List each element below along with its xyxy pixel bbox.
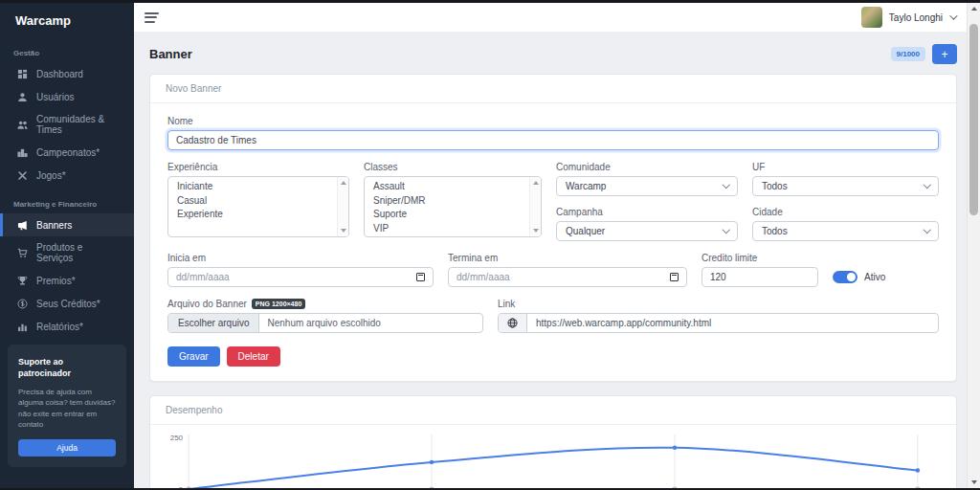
vertical-scrollbar[interactable]: [967, 3, 980, 488]
listbox-option[interactable]: Experiente: [168, 208, 335, 222]
experiencia-label: Experiência: [167, 162, 349, 172]
game-icon: [16, 169, 28, 181]
performance-chart-svg: 2500: [166, 430, 941, 490]
file-choose-button[interactable]: Escolher arquivo: [168, 314, 259, 332]
arquivo-label: Arquivo do Banner: [167, 299, 247, 309]
arquivo-field: Arquivo do Banner PNG 1200×480 Escolher …: [167, 299, 483, 333]
classes-listbox[interactable]: AssaultSniper/DMRSuporteVIPEngenheiro: [364, 176, 542, 237]
scroll-up-icon[interactable]: [971, 7, 977, 11]
gravar-button[interactable]: Gravar: [167, 346, 220, 367]
sidebar-item-relat-rios[interactable]: Relatórios*: [0, 315, 134, 338]
hamburger-menu-icon[interactable]: [145, 12, 159, 23]
sidebar-item-label: Campeonatos*: [36, 147, 100, 158]
sidebar-item-dashboard[interactable]: Dashboard: [0, 62, 134, 85]
comunidade-select[interactable]: Warcamp: [556, 176, 738, 196]
classes-field: Classes AssaultSniper/DMRSuporteVIPEngen…: [364, 162, 542, 241]
window-top-frame: [0, 0, 980, 3]
link-field: Link: [498, 299, 939, 333]
comunidade-value: Warcamp: [566, 181, 606, 191]
performance-chart: 2500 27/02/202423/03/202424/03/202425/03…: [150, 425, 956, 490]
termina-em-date-input[interactable]: dd/mm/aaaa: [448, 267, 687, 287]
nome-input[interactable]: [167, 130, 939, 150]
support-title: Suporte ao patrocinador: [18, 356, 116, 379]
ativo-toggle[interactable]: [833, 271, 858, 283]
podium-icon: [16, 146, 28, 158]
campanha-select[interactable]: Qualquer: [556, 221, 738, 241]
cidade-field: Cidade Todos: [752, 207, 939, 241]
experiencia-field: Experiência InicianteCasualExperiente: [167, 162, 349, 241]
link-input[interactable]: [527, 314, 938, 332]
listbox-option[interactable]: Sniper/DMR: [365, 194, 527, 209]
sidebar-item-label: Usuários: [36, 92, 74, 102]
sidebar-item-produtos-e-servi-os[interactable]: Produtos e Serviços: [0, 236, 134, 269]
sidebar-item-premios[interactable]: Premios*: [0, 269, 134, 292]
comunidade-field: Comunidade Warcamp: [556, 162, 738, 196]
sidebar-section-label: Gestão: [0, 35, 134, 62]
listbox-option[interactable]: Engenheiro: [365, 235, 527, 237]
user-menu[interactable]: Taylo Longhi: [861, 7, 955, 28]
sidebar-item-seus-cr-ditos[interactable]: Seus Créditos*: [0, 292, 134, 315]
help-button[interactable]: Ajuda: [18, 439, 116, 457]
termina-em-label: Termina em: [448, 253, 687, 263]
calendar-icon[interactable]: [416, 273, 425, 281]
topbar: Taylo Longhi: [134, 3, 967, 32]
add-banner-button[interactable]: +: [932, 44, 957, 64]
ativo-label: Ativo: [864, 272, 885, 282]
card-title: Desempenho: [150, 396, 956, 425]
listbox-option[interactable]: Assault: [365, 180, 527, 194]
campanha-label: Campanha: [556, 207, 738, 217]
listbox-scrollbar[interactable]: [337, 177, 348, 236]
sidebar-item-label: Premios*: [36, 276, 76, 286]
link-label: Link: [498, 299, 939, 309]
credito-limite-input[interactable]: [702, 267, 818, 287]
deletar-button[interactable]: Deletar: [227, 346, 280, 367]
listbox-scrollbar[interactable]: [529, 177, 541, 236]
sidebar-section-label: Marketing e Financeiro: [0, 187, 134, 213]
campanha-value: Qualquer: [566, 226, 605, 236]
sidebar-item-label: Produtos e Serviços: [36, 242, 121, 263]
cidade-label: Cidade: [752, 207, 939, 217]
arquivo-file-input[interactable]: Escolher arquivo Nenhum arquivo escolhid…: [167, 313, 483, 333]
sidebar-item-campeonatos[interactable]: Campeonatos*: [0, 141, 134, 164]
campanha-field: Campanha Qualquer: [556, 207, 738, 241]
file-status-text: Nenhum arquivo escolhido: [259, 314, 388, 332]
megaphone-icon: [16, 219, 28, 231]
listbox-option[interactable]: Iniciante: [168, 180, 335, 194]
sidebar-item-label: Jogos*: [36, 170, 66, 181]
sidebar-item-comunidades-times[interactable]: Comunidades & Times: [0, 108, 134, 141]
sidebar-item-banners[interactable]: Banners: [0, 213, 134, 236]
user-icon: [16, 91, 28, 102]
termina-em-field: Termina em dd/mm/aaaa: [448, 253, 687, 287]
sidebar-item-usu-rios[interactable]: Usuários: [0, 85, 134, 108]
support-text: Precisa de ajuda com alguma coisa? tem d…: [18, 387, 116, 431]
inicia-em-date-input[interactable]: dd/mm/aaaa: [167, 267, 434, 287]
calendar-icon[interactable]: [670, 273, 679, 281]
listbox-option[interactable]: Casual: [168, 194, 335, 209]
dashboard-icon: [16, 68, 28, 79]
uf-field: UF Todos: [752, 162, 939, 196]
sidebar-item-label: Seus Créditos*: [36, 299, 100, 309]
listbox-option[interactable]: Suporte: [365, 208, 527, 222]
banner-counter-badge: 9/1000: [891, 47, 925, 61]
date-placeholder: dd/mm/aaaa: [176, 272, 230, 282]
users-icon: [16, 119, 28, 130]
ativo-field: Ativo: [833, 271, 885, 287]
novo-banner-card: Novo Banner Nome Experiência InicianteCa…: [149, 74, 957, 382]
globe-icon: [499, 314, 527, 332]
cidade-select[interactable]: Todos: [752, 221, 939, 241]
chevron-down-icon: [923, 181, 930, 189]
chevron-down-icon: [949, 11, 957, 19]
card-title: Novo Banner: [150, 75, 956, 103]
uf-select[interactable]: Todos: [752, 176, 939, 196]
date-placeholder: dd/mm/aaaa: [457, 272, 510, 282]
scroll-down-icon[interactable]: [971, 480, 977, 484]
scrollbar-thumb[interactable]: [969, 24, 978, 215]
sidebar-item-jogos[interactable]: Jogos*: [0, 164, 134, 187]
credits-icon: [16, 298, 28, 309]
trophy-icon: [16, 275, 28, 286]
listbox-option[interactable]: VIP: [365, 222, 527, 236]
brand-logo: Warcamp: [0, 0, 134, 35]
inicia-em-label: Inicia em: [167, 253, 434, 263]
experiencia-listbox[interactable]: InicianteCasualExperiente: [167, 176, 349, 237]
chevron-down-icon: [923, 226, 930, 234]
